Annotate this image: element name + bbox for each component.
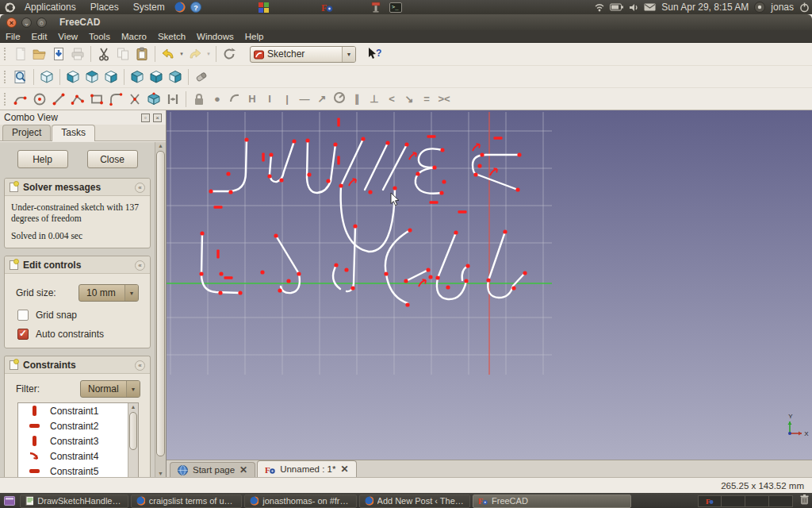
places-menu[interactable]: Places	[84, 2, 125, 13]
whats-this-button[interactable]: ?	[364, 44, 383, 64]
new-file-button[interactable]	[11, 44, 30, 64]
workbench-dropdown-arrow[interactable]: ▼	[342, 47, 355, 62]
cut-button[interactable]	[94, 44, 113, 64]
close-tab-icon[interactable]: ✕	[340, 464, 348, 475]
ubuntu-logo-icon[interactable]	[2, 1, 17, 13]
constraint-list-item[interactable]: Constraint1	[18, 403, 138, 418]
grid-size-select[interactable]: 10 mm ▼	[79, 284, 139, 302]
scroll-up-icon[interactable]: ▲	[155, 143, 166, 148]
constrain-horizontal-distance-button[interactable]: H	[243, 93, 261, 105]
constrain-radius-button[interactable]	[331, 91, 348, 106]
scroll-down-icon[interactable]: ▼	[155, 471, 166, 476]
menu-tools[interactable]: Tools	[83, 32, 116, 41]
workspace-3[interactable]	[745, 495, 769, 507]
left-view-button[interactable]	[166, 67, 185, 87]
toolbar-grip[interactable]	[4, 48, 8, 60]
trim-edge-button[interactable]	[125, 90, 144, 109]
panel-float-icon[interactable]: ▫	[141, 114, 150, 122]
axonometric-view-button[interactable]	[37, 67, 56, 87]
constrain-equal-button[interactable]: =	[418, 93, 435, 105]
collapse-section-icon[interactable]: «	[135, 183, 145, 193]
auto-constraints-checkbox[interactable]	[17, 329, 29, 340]
eraser-button[interactable]	[192, 67, 211, 87]
top-view-button[interactable]	[82, 67, 102, 87]
constraint-list-item[interactable]: Constraint2	[18, 418, 138, 433]
create-line-button[interactable]	[49, 90, 68, 109]
window-titlebar[interactable]: × ⌄ ○ FreeCAD	[0, 14, 812, 30]
menu-sketch[interactable]: Sketch	[152, 32, 191, 41]
taskbar-window-firefox-3[interactable]: Add New Post ‹ The me...	[359, 495, 470, 508]
constrain-horizontal-button[interactable]: —	[296, 93, 313, 105]
menu-view[interactable]: View	[52, 32, 83, 41]
toolbar-grip[interactable]	[4, 93, 8, 106]
constrain-lock-button[interactable]	[190, 90, 209, 109]
windows-colors-icon[interactable]	[259, 2, 269, 13]
window-maximize-button[interactable]: ○	[36, 17, 47, 28]
rear-view-button[interactable]	[128, 67, 147, 87]
front-view-button[interactable]	[63, 67, 82, 87]
right-view-button[interactable]	[102, 67, 121, 87]
constraint-list-item[interactable]: Constraint4	[18, 448, 138, 464]
taskbar-window-freecad[interactable]: F FreeCAD	[473, 495, 631, 508]
tab-tasks[interactable]: Tasks	[52, 125, 95, 141]
battery-icon[interactable]	[610, 3, 623, 11]
taskbar-window-firefox-2[interactable]: jonasthomas- on #free...	[244, 495, 357, 508]
open-file-button[interactable]	[30, 44, 49, 64]
workbench-selector[interactable]: Sketcher ▼	[250, 46, 356, 63]
taskbar-window-firefox-1[interactable]: craigslist terms of use -...	[131, 495, 242, 508]
copy-button[interactable]	[113, 44, 132, 64]
constrain-arc-button[interactable]	[226, 91, 243, 106]
panel-scrollbar[interactable]: ▲ ▼	[155, 142, 166, 477]
constraint-list-item[interactable]: Constraint5	[18, 464, 138, 477]
constraint-list-item[interactable]: Constraint3	[18, 433, 138, 448]
constraint-list-scrollbar[interactable]: ▲ ▼	[128, 403, 138, 477]
grid-snap-checkbox[interactable]	[17, 310, 29, 321]
mail-icon[interactable]	[644, 3, 656, 11]
toolbar-grip[interactable]	[4, 71, 8, 83]
toggle-construction-button[interactable]	[163, 90, 182, 109]
refresh-button[interactable]	[220, 44, 239, 64]
tab-unnamed-document[interactable]: F Unnamed : 1* ✕	[257, 460, 356, 477]
fit-all-button[interactable]	[11, 67, 30, 87]
help-icon[interactable]: ?	[189, 1, 203, 13]
trash-icon[interactable]	[799, 494, 810, 508]
constrain-angle-button[interactable]: <	[383, 93, 400, 105]
constrain-distance-button[interactable]: ↗	[313, 93, 331, 105]
wifi-icon[interactable]	[595, 2, 604, 12]
create-rectangle-button[interactable]	[87, 90, 106, 109]
collapse-section-icon[interactable]: «	[135, 260, 145, 271]
show-desktop-icon[interactable]	[2, 495, 17, 507]
volume-icon[interactable]	[629, 3, 638, 12]
constrain-tangent-button[interactable]: ↘	[400, 93, 418, 105]
panel-close-icon[interactable]: ×	[153, 114, 162, 122]
constraint-filter-select[interactable]: Normal ▼	[80, 380, 140, 398]
bottom-view-button[interactable]	[147, 67, 166, 87]
menu-macro[interactable]: Macro	[116, 32, 152, 41]
collapse-section-icon[interactable]: «	[135, 360, 145, 371]
create-arc-button[interactable]	[11, 90, 30, 109]
firefox-icon[interactable]	[173, 1, 187, 13]
create-polyline-button[interactable]	[68, 90, 87, 109]
freecad-tray-icon[interactable]: F	[320, 1, 334, 13]
map-sketch-button[interactable]	[144, 90, 163, 109]
sketch-canvas[interactable]	[167, 110, 812, 460]
print-button[interactable]	[68, 44, 87, 64]
username[interactable]: jonas	[771, 2, 794, 13]
help-button[interactable]: Help	[17, 150, 68, 168]
tab-start-page[interactable]: Start page ✕	[170, 462, 255, 477]
paste-button[interactable]	[132, 44, 151, 64]
constrain-perpendicular-button[interactable]: ⊥	[366, 93, 383, 105]
terminal-icon[interactable]: >_	[389, 2, 402, 13]
applications-menu[interactable]: Applications	[18, 2, 82, 13]
chevron-down-icon[interactable]: ▼	[124, 285, 138, 301]
close-tab-icon[interactable]: ✕	[239, 464, 247, 475]
constrain-parallel-button[interactable]: ∥	[348, 93, 366, 105]
menu-edit[interactable]: Edit	[26, 32, 53, 41]
redo-button[interactable]	[186, 44, 205, 64]
workspace-1[interactable]: F	[698, 495, 722, 507]
constrain-vertical-distance-button[interactable]: I	[261, 93, 278, 105]
window-minimize-button[interactable]: ⌄	[21, 17, 32, 28]
clock[interactable]: Sun Apr 29, 8:15 AM	[661, 2, 749, 13]
create-circle-button[interactable]	[30, 90, 49, 109]
3d-viewport[interactable]: Y X	[167, 110, 812, 460]
